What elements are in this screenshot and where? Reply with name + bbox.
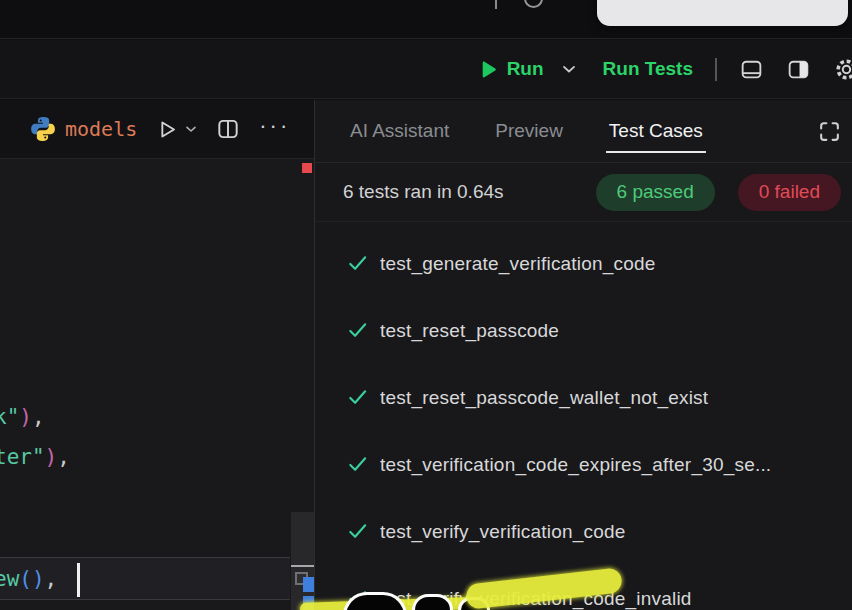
current-line-highlight: ew(), [0, 557, 290, 600]
chevron-down-icon[interactable] [183, 121, 199, 137]
code-token: , [57, 445, 70, 469]
failed-badge: 0 failed [738, 174, 841, 211]
code-editor[interactable]: k"), ter"), ew(), [0, 159, 314, 610]
gear-icon[interactable] [833, 56, 852, 83]
code-token: () [19, 567, 44, 591]
test-list-item[interactable]: test_reset_passcode [315, 297, 852, 364]
text-cursor [77, 563, 80, 597]
check-icon [346, 252, 369, 275]
test-name: test_verification_code_expires_after_30_… [380, 454, 771, 476]
check-icon [346, 520, 369, 543]
play-icon[interactable] [154, 117, 179, 142]
account-icon[interactable] [524, 0, 543, 8]
run-options-chevron-down-icon[interactable] [559, 59, 579, 79]
check-icon [346, 453, 369, 476]
modified-indicator [302, 163, 312, 173]
run-toolbar: Run Run Tests [0, 40, 852, 99]
code-line: ew(), [0, 565, 57, 593]
partial-icon-fragment [495, 0, 497, 9]
passed-badge: 6 passed [596, 174, 715, 211]
top-chrome-strip [0, 0, 852, 39]
split-editor-icon[interactable] [215, 116, 241, 142]
code-token: ) [45, 445, 58, 469]
expand-icon[interactable] [817, 119, 842, 144]
code-token: ew [0, 567, 19, 591]
test-summary-text: 6 tests ran in 0.64s [343, 181, 596, 203]
check-icon [346, 319, 369, 342]
test-list-item[interactable]: test_verify_verification_code [315, 498, 852, 565]
check-icon [346, 386, 369, 409]
code-token: ter" [0, 445, 45, 469]
test-list-item[interactable]: test_verification_code_expires_after_30_… [315, 431, 852, 498]
test-name: test_verify_verification_code [380, 521, 626, 543]
run-button[interactable]: Run [477, 58, 544, 80]
run-play-icon [477, 59, 498, 80]
ellipsis-icon[interactable]: ··· [259, 115, 290, 143]
top-action-button[interactable] [597, 0, 848, 26]
scrollbar-marker [291, 565, 314, 567]
editor-scrollbar[interactable] [291, 512, 314, 610]
test-panel: AI Assistant Preview Test Cases 6 tests … [315, 100, 852, 610]
test-list-item[interactable]: test_reset_passcode_wallet_not_exist [315, 364, 852, 431]
test-list: test_generate_verification_codetest_rese… [315, 222, 852, 610]
test-name: test_reset_passcode [380, 320, 559, 342]
code-token: , [45, 567, 58, 591]
code-line: ter"), [0, 443, 70, 471]
toolbar-divider [715, 58, 717, 81]
test-list-item[interactable]: test_generate_verification_code [315, 230, 852, 297]
editor-pane: models ··· k"), ter"), ew(), [0, 100, 315, 610]
test-summary-row: 6 tests ran in 0.64s 6 passed 0 failed [315, 163, 852, 222]
app-window: Run Run Tests mo [0, 0, 852, 610]
panel-tab-bar: AI Assistant Preview Test Cases [315, 100, 852, 163]
code-token: , [32, 405, 45, 429]
python-icon [30, 116, 56, 142]
code-token: ) [19, 405, 32, 429]
tab-preview[interactable]: Preview [495, 100, 563, 163]
editor-tab-filename[interactable]: models [65, 117, 137, 141]
code-line: k"), [0, 403, 45, 431]
code-token: k" [0, 405, 19, 429]
panel-right-icon[interactable] [786, 57, 811, 82]
tab-ai-assistant[interactable]: AI Assistant [350, 100, 449, 163]
main-area: models ··· k"), ter"), ew(), [0, 100, 852, 610]
run-tests-button[interactable]: Run Tests [603, 58, 693, 80]
scrollbar-selection-mark [303, 577, 314, 592]
editor-tab-bar: models ··· [0, 100, 314, 159]
test-name: test_generate_verification_code [380, 253, 656, 275]
tab-test-cases[interactable]: Test Cases [609, 100, 703, 163]
run-button-label: Run [507, 58, 544, 80]
test-name: test_reset_passcode_wallet_not_exist [380, 387, 708, 409]
panel-bottom-icon[interactable] [739, 57, 764, 82]
